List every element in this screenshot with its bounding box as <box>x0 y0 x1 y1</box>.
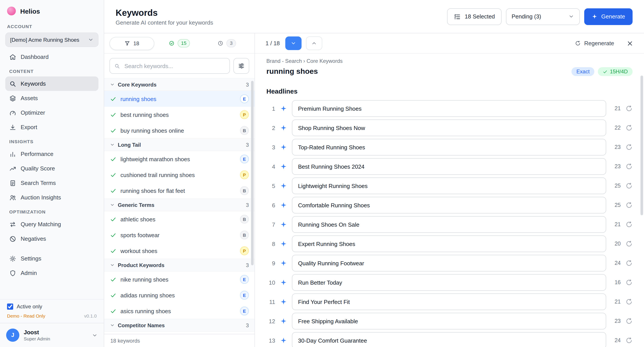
sidebar-item-settings[interactable]: Settings <box>5 251 98 266</box>
check-icon <box>603 69 608 74</box>
headline-input[interactable] <box>292 235 606 252</box>
sidebar-item-quality-score[interactable]: Quality Score <box>5 161 98 176</box>
keyword-row[interactable]: cushioned trail running shoes P <box>104 167 254 183</box>
sidebar-item-auction-insights[interactable]: Auction Insights <box>5 190 98 205</box>
sidebar-item-negatives[interactable]: Negatives <box>5 232 98 246</box>
headline-input[interactable] <box>292 139 606 155</box>
keyword-row[interactable]: nike pegasus alternative P <box>104 332 254 334</box>
tab-approved-keywords[interactable]: 15 <box>157 37 202 50</box>
keyword-row[interactable]: athletic shoes B <box>104 211 254 227</box>
headline-input[interactable] <box>292 274 606 291</box>
keyword-row[interactable]: sports footwear B <box>104 227 254 243</box>
account-selector[interactable]: [Demo] Acme Running Shoes <box>5 32 98 47</box>
headline-number: 13 <box>266 337 275 344</box>
detail-title-row: running shoes Exact 15H/4D <box>266 67 632 76</box>
regenerate-button[interactable]: Regenerate <box>572 39 617 47</box>
sidebar-item-assets[interactable]: Assets <box>5 91 98 105</box>
search-input[interactable] <box>124 62 225 70</box>
refresh-icon[interactable] <box>626 260 632 267</box>
keyword-row[interactable]: lightweight marathon shoes E <box>104 151 254 167</box>
sidebar-item-keywords[interactable]: Keywords <box>5 76 98 91</box>
keyword-group-header[interactable]: Competitor Names 3 <box>104 319 254 332</box>
user-menu[interactable]: J Joost Super Admin <box>0 323 104 347</box>
refresh-icon[interactable] <box>626 221 632 228</box>
selected-count-button[interactable]: 18 Selected <box>447 8 501 25</box>
tab-all-keywords[interactable]: 18 <box>110 37 154 50</box>
check-icon <box>110 308 116 314</box>
keyword-row[interactable]: running shoes for flat feet B <box>104 183 254 199</box>
headline-input[interactable] <box>292 119 606 136</box>
active-only-checkbox[interactable] <box>7 304 13 310</box>
previous-keyword-button[interactable] <box>306 36 322 50</box>
headline-input[interactable] <box>292 332 606 347</box>
sidebar-item-optimizer[interactable]: Optimizer <box>5 105 98 120</box>
headline-input[interactable] <box>292 177 606 194</box>
headline-input[interactable] <box>292 197 606 213</box>
keyword-group-header[interactable]: Product Keywords 3 <box>104 259 254 272</box>
keyword-row[interactable]: best running shoes P <box>104 107 254 123</box>
close-icon <box>626 40 634 47</box>
keyword-row[interactable]: workout shoes P <box>104 243 254 259</box>
demo-mode-note: Demo - Read Only <box>7 313 45 319</box>
tab-pending-keywords[interactable]: 3 <box>204 37 249 50</box>
headline-number: 7 <box>266 221 275 228</box>
sparkle-icon <box>280 337 287 344</box>
refresh-icon[interactable] <box>626 202 632 209</box>
keyword-list-scrollbar[interactable] <box>251 81 254 265</box>
keyword-row[interactable]: asics running shoes E <box>104 303 254 319</box>
sidebar-item-search-terms[interactable]: Search Terms <box>5 176 98 190</box>
keyword-row[interactable]: nike running shoes E <box>104 272 254 287</box>
headline-input[interactable] <box>292 216 606 233</box>
sidebar-item-label: Settings <box>21 255 41 262</box>
close-button[interactable] <box>626 40 634 47</box>
chevron-down-icon <box>110 263 115 268</box>
generate-button[interactable]: Generate <box>584 8 632 25</box>
refresh-icon[interactable] <box>626 298 632 305</box>
headline-input[interactable] <box>292 293 606 310</box>
group-count: 3 <box>246 81 249 88</box>
search-filter-button[interactable] <box>234 58 249 74</box>
sparkle-icon <box>280 182 287 189</box>
headline-input[interactable] <box>292 158 606 175</box>
refresh-icon[interactable] <box>626 279 632 286</box>
headline-input[interactable] <box>292 313 606 330</box>
sidebar-item-query-matching[interactable]: Query Matching <box>5 217 98 232</box>
sidebar-item-export[interactable]: Export <box>5 120 98 134</box>
check-circle-icon <box>169 40 174 46</box>
group-count: 3 <box>246 322 249 328</box>
sidebar-item-label: Keywords <box>21 80 46 87</box>
refresh-icon[interactable] <box>626 124 632 131</box>
refresh-icon[interactable] <box>626 182 632 189</box>
sidebar-item-dashboard[interactable]: Dashboard <box>5 50 98 64</box>
refresh-icon[interactable] <box>626 240 632 247</box>
keyword-row[interactable]: buy running shoes online B <box>104 123 254 138</box>
keyword-group-header[interactable]: Core Keywords 3 <box>104 78 254 91</box>
user-meta: Joost Super Admin <box>24 329 50 341</box>
keyword-label: running shoes <box>120 95 156 102</box>
detail-scrollbar[interactable] <box>640 75 643 215</box>
refresh-icon[interactable] <box>626 163 632 170</box>
keyword-count-footer: 18 keywords <box>104 334 254 347</box>
sidebar-item-admin[interactable]: Admin <box>5 266 98 280</box>
headline-input[interactable] <box>292 255 606 272</box>
search-icon <box>114 63 120 69</box>
active-only-toggle[interactable]: Active only <box>0 299 104 311</box>
selected-count-label: 18 Selected <box>465 13 495 20</box>
refresh-icon[interactable] <box>626 318 632 325</box>
header-actions: 18 Selected Pending (3) Generate <box>447 8 632 25</box>
headline-input[interactable] <box>292 100 606 117</box>
keyword-group-header[interactable]: Long Tail 3 <box>104 138 254 151</box>
refresh-icon[interactable] <box>626 144 632 151</box>
keyword-group-header[interactable]: Generic Terms 3 <box>104 199 254 211</box>
keyword-row[interactable]: adidas running shoes E <box>104 287 254 303</box>
refresh-icon[interactable] <box>626 105 632 112</box>
detail-toolbar: 1 / 18 Regenerate <box>255 33 644 54</box>
keyword-row[interactable]: running shoes E <box>104 91 254 107</box>
headline-row: 9 24 <box>266 255 632 272</box>
status-filter-select[interactable]: Pending (3) <box>506 8 580 25</box>
headline-number: 8 <box>266 241 275 247</box>
sidebar: Helios ACCOUNT [Demo] Acme Running Shoes… <box>0 0 104 347</box>
next-keyword-button[interactable] <box>285 36 301 50</box>
sidebar-item-performance[interactable]: Performance <box>5 147 98 161</box>
refresh-icon[interactable] <box>626 337 632 344</box>
